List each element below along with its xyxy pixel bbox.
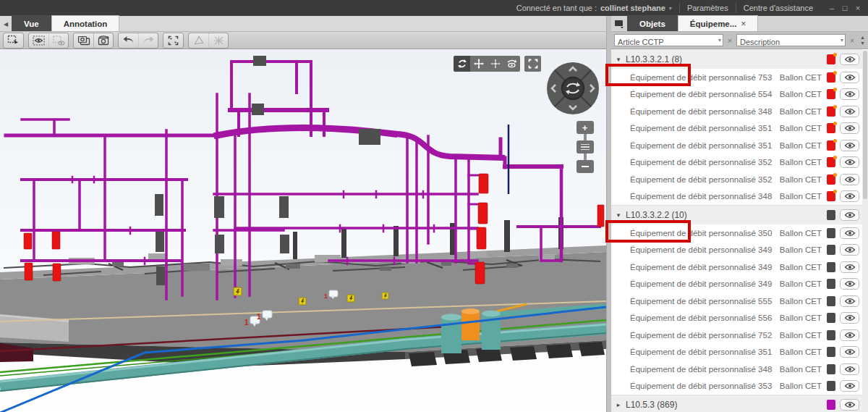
color-swatch[interactable] — [827, 262, 835, 272]
object-row[interactable]: Équipement de débit personnalisé 349Ball… — [611, 258, 862, 276]
object-row[interactable]: Équipement de débit personnalisé 352Ball… — [611, 171, 862, 188]
tab-equipement[interactable]: Équipeme... × — [678, 15, 759, 31]
object-row[interactable]: Équipement de débit personnalisé 752Ball… — [611, 327, 862, 344]
visibility-toggle-button[interactable] — [840, 295, 859, 307]
visibility-toggle-button[interactable] — [840, 346, 859, 358]
fit-view-button[interactable] — [163, 33, 183, 48]
object-row[interactable]: Équipement de débit personnalisé 351Ball… — [611, 120, 862, 138]
look-around-button[interactable] — [503, 56, 520, 72]
views-menu-button[interactable] — [611, 17, 627, 31]
description-filter[interactable]: ▾ — [736, 34, 846, 46]
isolate-selection-button[interactable] — [48, 33, 68, 48]
color-swatch[interactable] — [827, 347, 835, 357]
caret-down-icon[interactable]: ▾ — [611, 211, 626, 219]
fullscreen-button[interactable] — [524, 56, 541, 72]
object-row[interactable]: Équipement de débit personnalisé 349Ball… — [611, 242, 862, 259]
article-cctp-filter[interactable]: ▾ — [614, 34, 723, 46]
color-swatch[interactable] — [827, 157, 835, 167]
panel-scrollbar[interactable] — [862, 50, 868, 412]
group-header[interactable]: ▾L10.3.3.2.2 (10) — [611, 205, 862, 224]
visibility-toggle-button[interactable] — [840, 278, 859, 290]
object-row[interactable]: Équipement de débit personnalisé 352Ball… — [611, 154, 862, 172]
visibility-toggle-button[interactable] — [840, 312, 859, 324]
tab-objets[interactable]: Objets — [627, 15, 678, 31]
color-swatch[interactable] — [827, 89, 835, 99]
object-row[interactable]: Équipement de débit personnalisé 353Ball… — [611, 378, 862, 395]
visibility-toggle-button[interactable] — [840, 122, 859, 134]
clear-filter-icon[interactable]: × — [726, 36, 734, 45]
object-row[interactable]: Équipement de débit personnalisé 554Ball… — [611, 86, 862, 104]
undo-button[interactable] — [119, 33, 138, 48]
color-swatch[interactable] — [827, 106, 835, 117]
visibility-toggle-button[interactable] — [840, 261, 859, 273]
orbit-mode-button[interactable] — [454, 56, 470, 72]
navigation-wheel[interactable] — [545, 61, 600, 116]
visibility-toggle-button[interactable] — [840, 244, 859, 256]
close-button[interactable]: × — [852, 4, 864, 12]
3d-viewport-canvas[interactable]: 1 1 1 — [0, 49, 606, 412]
color-swatch[interactable] — [827, 54, 835, 64]
user-menu[interactable]: Connecté en tant que : collinet stephane… — [509, 0, 679, 16]
warning-marker[interactable] — [347, 295, 354, 302]
redo-button[interactable] — [138, 33, 158, 48]
color-swatch[interactable] — [827, 123, 835, 133]
visibility-toggle-button[interactable] — [840, 380, 859, 392]
color-swatch[interactable] — [827, 191, 835, 201]
visibility-toggle-button[interactable] — [840, 140, 859, 151]
sort-up-icon[interactable]: ▲ — [860, 35, 865, 41]
visibility-toggle-button[interactable] — [840, 209, 859, 221]
color-swatch[interactable] — [827, 140, 835, 151]
warning-marker[interactable] — [382, 293, 388, 299]
zoom-slider-handle[interactable] — [576, 140, 594, 154]
color-swatch[interactable] — [827, 228, 835, 238]
scrollbar-thumb[interactable] — [863, 51, 867, 199]
chevron-down-icon[interactable]: ▾ — [841, 37, 843, 43]
clear-filter-icon[interactable]: × — [848, 36, 856, 45]
minimize-button[interactable]: – — [826, 4, 838, 12]
visibility-toggle-button[interactable] — [840, 54, 859, 65]
object-row[interactable]: Équipement de débit personnalisé 348Ball… — [611, 103, 862, 120]
article-cctp-input[interactable] — [615, 37, 723, 48]
color-swatch[interactable] — [827, 175, 835, 185]
object-row[interactable]: Équipement de débit personnalisé 351Ball… — [611, 344, 862, 361]
zoom-in-button[interactable]: + — [576, 121, 594, 134]
pan-mode-button[interactable] — [470, 56, 487, 72]
tab-annotation[interactable]: Annotation — [51, 15, 120, 31]
tab-vue[interactable]: Vue — [12, 15, 51, 31]
show-selection-button[interactable] — [29, 33, 48, 48]
object-row[interactable]: Équipement de débit personnalisé 350Ball… — [611, 224, 862, 242]
color-swatch[interactable] — [827, 296, 835, 306]
color-swatch[interactable] — [827, 279, 835, 289]
visibility-toggle-button[interactable] — [840, 106, 859, 117]
visibility-toggle-button[interactable] — [840, 174, 859, 185]
chevron-down-icon[interactable]: ▾ — [718, 37, 721, 43]
group-header[interactable]: ▾L10.3.3.2.1 (8) — [611, 49, 862, 69]
zoom-out-button[interactable] — [576, 160, 594, 173]
caret-right-icon[interactable]: ▸ — [611, 401, 626, 408]
color-swatch[interactable] — [827, 210, 835, 220]
collapse-panel-button[interactable]: ◀ — [0, 17, 12, 31]
move-mode-button[interactable] — [487, 56, 503, 72]
visibility-toggle-button[interactable] — [840, 88, 859, 100]
visibility-toggle-button[interactable] — [840, 399, 859, 411]
camera-orbit-button[interactable] — [93, 33, 113, 48]
warning-marker[interactable] — [299, 298, 306, 305]
color-swatch[interactable] — [827, 381, 835, 391]
object-row[interactable]: Équipement de débit personnalisé 348Ball… — [611, 188, 862, 206]
object-row[interactable]: Équipement de débit personnalisé 351Ball… — [611, 137, 862, 154]
wheel-orbit-button[interactable] — [562, 77, 584, 99]
description-input[interactable] — [737, 37, 845, 48]
3d-viewport[interactable]: 1 1 1 — [0, 49, 606, 412]
restore-button[interactable]: □ — [839, 4, 851, 12]
color-swatch[interactable] — [827, 313, 835, 323]
help-center-menu[interactable]: Centre d'assistance — [736, 0, 820, 16]
visibility-toggle-button[interactable] — [840, 227, 859, 239]
select-area-button[interactable] — [4, 33, 23, 48]
visibility-toggle-button[interactable] — [840, 363, 859, 375]
warning-marker[interactable] — [234, 287, 242, 295]
object-row[interactable]: Équipement de débit personnalisé 348Ball… — [611, 361, 862, 378]
object-row[interactable]: Équipement de débit personnalisé 349Ball… — [611, 276, 862, 293]
object-row[interactable]: Équipement de débit personnalisé 556Ball… — [611, 310, 862, 327]
group-header[interactable]: ▸L10.5.3 (869) — [611, 395, 862, 412]
visibility-toggle-button[interactable] — [840, 190, 859, 202]
